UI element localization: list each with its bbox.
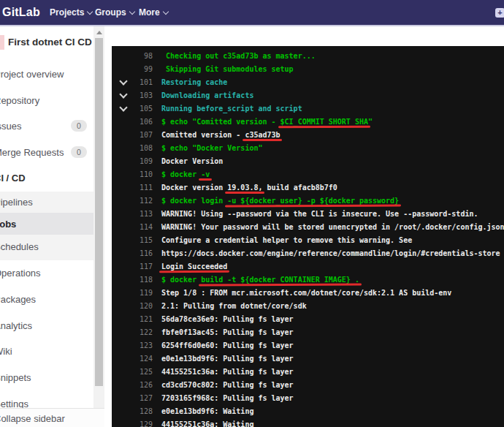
sidebar-item-analytics[interactable]: Analytics [0, 315, 93, 336]
new-plus-button[interactable]: + [495, 8, 504, 18]
log-line-number[interactable]: 117 [129, 262, 153, 271]
log-line: 116https://docs.docker.com/engine/refere… [112, 246, 504, 260]
log-line-number[interactable]: 112 [129, 197, 153, 205]
log-line: 117Login Succeeded [112, 260, 504, 273]
log-line-text: Downloading artifacts [161, 91, 253, 99]
section-collapse-chevron-icon[interactable] [118, 107, 129, 110]
sidebar-item-settings[interactable]: Settings [0, 393, 93, 408]
log-line: 112$ docker login -u ${docker_user} -p $… [112, 194, 504, 207]
log-line-text: Login Succeeded [161, 262, 227, 271]
log-line: 12544155251c36a: Pulling fs layer [112, 365, 504, 378]
gitlab-logo[interactable]: GitLab [2, 6, 40, 19]
log-text-segment: " [368, 118, 373, 126]
log-line-number[interactable]: 129 [129, 420, 153, 427]
log-text-segment: Skipping Git submodules setup [161, 65, 294, 73]
sidebar-item-label: Wiki [0, 346, 12, 357]
log-line-number[interactable]: 127 [129, 394, 153, 402]
sidebar-scrollbar-thumb[interactable] [95, 38, 103, 386]
log-line-number[interactable]: 115 [129, 236, 153, 244]
log-line-number[interactable]: 106 [129, 118, 153, 126]
log-line: 101Restoring cache [112, 75, 504, 88]
sidebar-item-label: Merge Requests [0, 147, 64, 158]
log-line-number[interactable]: 124 [129, 355, 153, 363]
log-line-text: $ docker login -u ${docker_user} -p ${do… [161, 197, 399, 205]
log-line-number[interactable]: 113 [129, 210, 153, 218]
log-line-number[interactable]: 110 [129, 170, 153, 178]
log-line-number[interactable]: 125 [129, 368, 153, 376]
log-line-number[interactable]: 116 [129, 249, 153, 257]
log-line-number[interactable]: 109 [129, 157, 153, 165]
log-line-number[interactable]: 111 [129, 184, 153, 192]
log-text-segment: Running before_script and script [161, 105, 302, 113]
log-line-number[interactable]: 119 [129, 289, 153, 297]
sidebar-item-wiki[interactable]: Wiki [0, 341, 93, 361]
sidebar-item-label: Jobs [0, 219, 16, 230]
sidebar-item-pipelines[interactable]: Pipelines [0, 192, 93, 212]
log-line: 105Running before_script and script [112, 102, 504, 115]
log-line-number[interactable]: 126 [129, 381, 153, 389]
project-sidebar: First dotnet CI CD Proj Project overview… [0, 26, 93, 408]
log-line-text: cd3cd570c802: Pulling fs layer [161, 381, 294, 389]
log-line-number[interactable]: 120 [129, 302, 153, 310]
red-annotation-underline: $CI_COMMIT_SHORT_SHA [280, 118, 368, 126]
red-annotation-underline: c35ad73b [245, 131, 280, 139]
scroll-up-arrow-icon[interactable] [96, 31, 102, 34]
log-line-number[interactable]: 105 [129, 105, 153, 113]
sidebar-item-operations[interactable]: Operations [0, 262, 93, 283]
log-text-segment: 44155251c36a: Waiting [161, 420, 253, 427]
log-line-number[interactable]: 122 [129, 328, 153, 336]
log-line: 1236254ff6d0e60: Pulling fs layer [112, 339, 504, 352]
log-line-text: WARNING! Your password will be stored un… [161, 223, 504, 231]
section-collapse-chevron-icon[interactable] [118, 80, 129, 84]
sidebar-item-packages[interactable]: Packages [0, 289, 93, 309]
sidebar-item-schedules[interactable]: Schedules [0, 236, 93, 257]
log-line-number[interactable]: 123 [129, 341, 153, 349]
log-line-number[interactable]: 121 [129, 315, 153, 323]
job-log-panel[interactable]: 98 Checking out c35ad73b as master...99 … [112, 46, 504, 427]
log-text-segment: $ docker [161, 170, 201, 178]
log-line-number[interactable]: 128 [129, 407, 153, 415]
sidebar-item-snippets[interactable]: Snippets [0, 367, 93, 388]
log-line-number[interactable]: 99 [129, 65, 153, 73]
log-line-text: 56da78ce36e9: Pulling fs layer [161, 315, 294, 323]
plus-icon: + [497, 9, 502, 17]
log-line-text: 2.1: Pulling from dotnet/core/sdk [161, 302, 307, 310]
chevron-down-icon [162, 8, 168, 14]
project-title[interactable]: First dotnet CI CD Proj [8, 37, 93, 48]
section-collapse-chevron-icon[interactable] [118, 94, 129, 97]
log-line-number[interactable]: 107 [129, 131, 153, 139]
sidebar-item-ci-cd[interactable]: CI / CD [0, 167, 93, 188]
log-text-segment: $ echo "Docker Version" [161, 144, 262, 152]
log-line-number[interactable]: 114 [129, 223, 153, 231]
log-line-number[interactable]: 98 [129, 52, 153, 60]
log-line: 108$ echo "Docker Version" [112, 141, 504, 154]
log-line-text: Step 1/8 : FROM mcr.microsoft.com/dotnet… [161, 289, 451, 297]
log-line-text: 44155251c36a: Waiting [161, 420, 253, 427]
log-line-number[interactable]: 118 [129, 276, 153, 284]
log-line: 98 Checking out c35ad73b as master... [112, 49, 504, 62]
log-line: 109Docker Version [112, 154, 504, 167]
sidebar-item-jobs[interactable]: Jobs [0, 213, 93, 235]
log-line-number[interactable]: 108 [129, 144, 153, 152]
log-line-number[interactable]: 103 [129, 91, 153, 99]
log-line-text: 44155251c36a: Pulling fs layer [161, 368, 294, 376]
red-annotation-underline: -u ${docker_user} -p ${docker_password} [227, 197, 399, 205]
nav-menu-projects[interactable]: Projects [50, 0, 92, 25]
sidebar-item-label: Schedules [0, 241, 39, 252]
red-annotation-underline: build -t ${docker_CONTAINER_IMAGE} . [201, 276, 359, 284]
log-line-number[interactable]: 101 [129, 78, 153, 86]
nav-menu-more[interactable]: More [139, 0, 168, 25]
sidebar-item-project-overview[interactable]: Project overview [0, 64, 93, 84]
sidebar-item-repository[interactable]: Repository [0, 90, 93, 110]
nav-menu-groups[interactable]: Groups [95, 0, 134, 25]
log-line: 12944155251c36a: Waiting [112, 417, 504, 427]
chevron-down-icon [87, 8, 93, 14]
log-line: 103Downloading artifacts [112, 88, 504, 102]
log-text-segment: $ docker login [161, 197, 227, 205]
collapse-sidebar-button[interactable]: Collapse sidebar [0, 408, 104, 427]
chevron-down-icon [129, 8, 134, 14]
nav-menu-label: Groups [95, 7, 126, 18]
sidebar-item-label: Analytics [0, 320, 32, 331]
count-badge: 0 [71, 146, 87, 158]
red-annotation-underline: -v [201, 170, 210, 178]
